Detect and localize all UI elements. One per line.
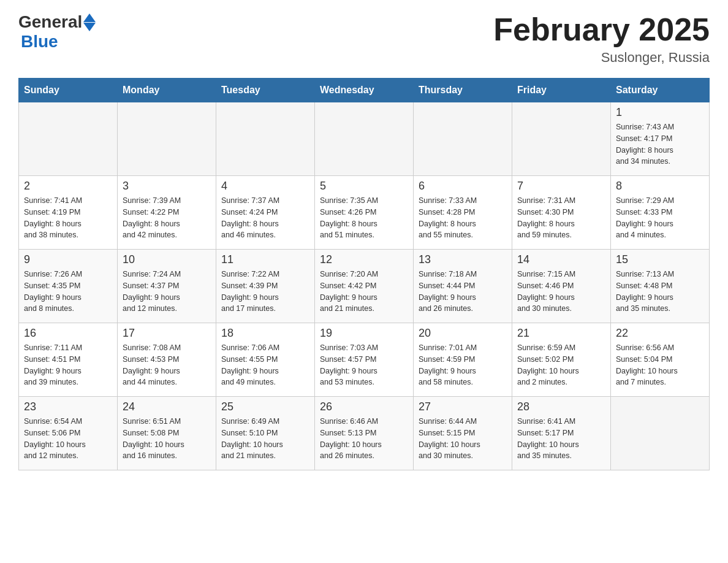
day-info: Sunrise: 7:29 AM Sunset: 4:33 PM Dayligh…	[616, 195, 704, 241]
day-info: Sunrise: 7:43 AM Sunset: 4:17 PM Dayligh…	[616, 121, 704, 167]
day-number: 4	[221, 180, 309, 193]
day-number: 10	[123, 253, 211, 266]
calendar-cell: 15Sunrise: 7:13 AM Sunset: 4:48 PM Dayli…	[611, 250, 710, 323]
calendar-cell: 26Sunrise: 6:46 AM Sunset: 5:13 PM Dayli…	[315, 397, 414, 470]
day-number: 13	[419, 253, 507, 266]
day-info: Sunrise: 7:24 AM Sunset: 4:37 PM Dayligh…	[123, 269, 211, 315]
page-header: General Blue February 2025 Suslonger, Ru…	[18, 12, 710, 66]
calendar-cell: 13Sunrise: 7:18 AM Sunset: 4:44 PM Dayli…	[414, 250, 512, 323]
calendar-cell: 7Sunrise: 7:31 AM Sunset: 4:30 PM Daylig…	[512, 176, 611, 250]
day-number: 7	[517, 180, 605, 193]
day-info: Sunrise: 7:08 AM Sunset: 4:53 PM Dayligh…	[123, 342, 211, 388]
day-info: Sunrise: 6:54 AM Sunset: 5:06 PM Dayligh…	[24, 416, 112, 462]
calendar-cell: 5Sunrise: 7:35 AM Sunset: 4:26 PM Daylig…	[315, 176, 414, 250]
day-number: 24	[123, 400, 211, 413]
calendar-cell: 6Sunrise: 7:33 AM Sunset: 4:28 PM Daylig…	[414, 176, 512, 250]
logo-text-general: General	[18, 12, 82, 32]
calendar-cell: 27Sunrise: 6:44 AM Sunset: 5:15 PM Dayli…	[414, 397, 512, 470]
day-info: Sunrise: 7:06 AM Sunset: 4:55 PM Dayligh…	[221, 342, 309, 388]
weekday-header-monday: Monday	[118, 79, 216, 102]
calendar-header-row: SundayMondayTuesdayWednesdayThursdayFrid…	[19, 79, 710, 102]
day-number: 9	[24, 253, 112, 266]
day-info: Sunrise: 7:26 AM Sunset: 4:35 PM Dayligh…	[24, 269, 112, 315]
weekday-header-sunday: Sunday	[19, 79, 118, 102]
calendar-cell: 9Sunrise: 7:26 AM Sunset: 4:35 PM Daylig…	[19, 250, 118, 323]
day-info: Sunrise: 7:35 AM Sunset: 4:26 PM Dayligh…	[320, 195, 408, 241]
calendar-cell	[118, 102, 216, 176]
calendar-cell	[512, 102, 611, 176]
calendar-week-3: 9Sunrise: 7:26 AM Sunset: 4:35 PM Daylig…	[19, 250, 710, 323]
day-number: 28	[517, 400, 605, 413]
day-info: Sunrise: 7:03 AM Sunset: 4:57 PM Dayligh…	[320, 342, 408, 388]
day-number: 23	[24, 400, 112, 413]
location: Suslonger, Russia	[493, 50, 710, 66]
calendar-cell: 21Sunrise: 6:59 AM Sunset: 5:02 PM Dayli…	[512, 323, 611, 397]
day-number: 1	[616, 106, 704, 119]
day-info: Sunrise: 7:18 AM Sunset: 4:44 PM Dayligh…	[419, 269, 507, 315]
day-number: 11	[221, 253, 309, 266]
calendar-cell: 18Sunrise: 7:06 AM Sunset: 4:55 PM Dayli…	[216, 323, 315, 397]
calendar-week-2: 2Sunrise: 7:41 AM Sunset: 4:19 PM Daylig…	[19, 176, 710, 250]
day-info: Sunrise: 7:22 AM Sunset: 4:39 PM Dayligh…	[221, 269, 309, 315]
calendar-cell: 19Sunrise: 7:03 AM Sunset: 4:57 PM Dayli…	[315, 323, 414, 397]
calendar-cell: 2Sunrise: 7:41 AM Sunset: 4:19 PM Daylig…	[19, 176, 118, 250]
calendar-cell: 17Sunrise: 7:08 AM Sunset: 4:53 PM Dayli…	[118, 323, 216, 397]
calendar-cell: 11Sunrise: 7:22 AM Sunset: 4:39 PM Dayli…	[216, 250, 315, 323]
day-info: Sunrise: 6:44 AM Sunset: 5:15 PM Dayligh…	[419, 416, 507, 462]
day-info: Sunrise: 6:56 AM Sunset: 5:04 PM Dayligh…	[616, 342, 704, 388]
day-info: Sunrise: 7:20 AM Sunset: 4:42 PM Dayligh…	[320, 269, 408, 315]
weekday-header-wednesday: Wednesday	[315, 79, 414, 102]
calendar-cell	[216, 102, 315, 176]
logo: General Blue	[18, 12, 96, 52]
day-number: 3	[123, 180, 211, 193]
calendar-cell: 3Sunrise: 7:39 AM Sunset: 4:22 PM Daylig…	[118, 176, 216, 250]
calendar-cell: 28Sunrise: 6:41 AM Sunset: 5:17 PM Dayli…	[512, 397, 611, 470]
calendar-cell: 14Sunrise: 7:15 AM Sunset: 4:46 PM Dayli…	[512, 250, 611, 323]
day-number: 14	[517, 253, 605, 266]
calendar-cell: 1Sunrise: 7:43 AM Sunset: 4:17 PM Daylig…	[611, 102, 710, 176]
day-number: 8	[616, 180, 704, 193]
day-number: 26	[320, 400, 408, 413]
calendar-cell: 12Sunrise: 7:20 AM Sunset: 4:42 PM Dayli…	[315, 250, 414, 323]
weekday-header-tuesday: Tuesday	[216, 79, 315, 102]
month-title: February 2025	[493, 12, 710, 47]
day-info: Sunrise: 7:33 AM Sunset: 4:28 PM Dayligh…	[419, 195, 507, 241]
day-number: 21	[517, 327, 605, 340]
day-info: Sunrise: 7:01 AM Sunset: 4:59 PM Dayligh…	[419, 342, 507, 388]
day-info: Sunrise: 7:13 AM Sunset: 4:48 PM Dayligh…	[616, 269, 704, 315]
weekday-header-saturday: Saturday	[611, 79, 710, 102]
calendar-cell: 22Sunrise: 6:56 AM Sunset: 5:04 PM Dayli…	[611, 323, 710, 397]
day-number: 5	[320, 180, 408, 193]
calendar-cell: 4Sunrise: 7:37 AM Sunset: 4:24 PM Daylig…	[216, 176, 315, 250]
calendar-cell	[414, 102, 512, 176]
logo-arrow-up-icon	[83, 13, 96, 22]
logo-text-blue: Blue	[21, 32, 58, 51]
day-number: 16	[24, 327, 112, 340]
day-info: Sunrise: 6:51 AM Sunset: 5:08 PM Dayligh…	[123, 416, 211, 462]
day-info: Sunrise: 6:41 AM Sunset: 5:17 PM Dayligh…	[517, 416, 605, 462]
calendar-cell	[19, 102, 118, 176]
logo-block: General Blue	[18, 12, 96, 52]
calendar-week-4: 16Sunrise: 7:11 AM Sunset: 4:51 PM Dayli…	[19, 323, 710, 397]
weekday-header-thursday: Thursday	[414, 79, 512, 102]
weekday-header-friday: Friday	[512, 79, 611, 102]
calendar-cell: 24Sunrise: 6:51 AM Sunset: 5:08 PM Dayli…	[118, 397, 216, 470]
day-info: Sunrise: 7:31 AM Sunset: 4:30 PM Dayligh…	[517, 195, 605, 241]
day-info: Sunrise: 7:37 AM Sunset: 4:24 PM Dayligh…	[221, 195, 309, 241]
logo-arrow-down-icon	[83, 23, 96, 31]
day-number: 27	[419, 400, 507, 413]
day-number: 17	[123, 327, 211, 340]
day-info: Sunrise: 6:46 AM Sunset: 5:13 PM Dayligh…	[320, 416, 408, 462]
day-info: Sunrise: 7:41 AM Sunset: 4:19 PM Dayligh…	[24, 195, 112, 241]
calendar-week-1: 1Sunrise: 7:43 AM Sunset: 4:17 PM Daylig…	[19, 102, 710, 176]
day-number: 6	[419, 180, 507, 193]
calendar-cell: 16Sunrise: 7:11 AM Sunset: 4:51 PM Dayli…	[19, 323, 118, 397]
title-block: February 2025 Suslonger, Russia	[493, 12, 710, 66]
day-number: 18	[221, 327, 309, 340]
day-info: Sunrise: 6:59 AM Sunset: 5:02 PM Dayligh…	[517, 342, 605, 388]
calendar-cell	[611, 397, 710, 470]
day-info: Sunrise: 7:11 AM Sunset: 4:51 PM Dayligh…	[24, 342, 112, 388]
calendar-cell: 23Sunrise: 6:54 AM Sunset: 5:06 PM Dayli…	[19, 397, 118, 470]
calendar-cell: 20Sunrise: 7:01 AM Sunset: 4:59 PM Dayli…	[414, 323, 512, 397]
day-number: 12	[320, 253, 408, 266]
